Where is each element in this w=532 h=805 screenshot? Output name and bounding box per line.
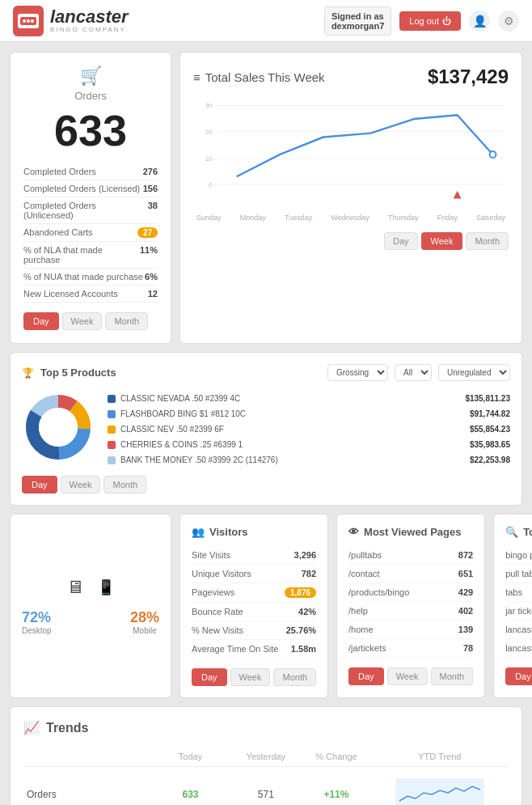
device-card: 🖥 📱 72% Desktop 28% Mobile [10,514,171,698]
svg-point-14 [490,151,496,158]
products-week-button[interactable]: Week [61,476,101,494]
orders-month-button[interactable]: Month [105,312,148,330]
table-row: % of NUA that made purchase 6% [23,269,158,286]
products-header: 🏆 Top 5 Products Grossing All Unregulate… [22,364,510,381]
desktop-label: Desktop [22,626,52,635]
header: lancaster BINGO COMPANY Signed in as dex… [0,0,532,42]
svg-point-21 [39,408,78,447]
svg-point-5 [31,19,34,23]
table-row: /pulltabs 872 [348,546,473,565]
products-day-button[interactable]: Day [22,476,57,494]
products-month-button[interactable]: Month [103,476,146,494]
logo-text: lancaster BINGO COMPANY [50,8,129,33]
visitors-icon: 👥 [192,526,205,538]
mobile-label: Mobile [130,626,159,635]
search-time-buttons: Day Week Month [505,667,532,685]
table-row: Pageviews 1,876 [192,583,316,603]
svg-text:0: 0 [209,181,213,189]
sales-month-button[interactable]: Month [466,232,509,250]
search-terms-card: 🔍 Top Search Terms bingo paper 129 pull … [493,514,532,698]
trend-ytd-orders [371,767,509,806]
search-icon: 🔍 [505,526,518,538]
table-row: /help 402 [348,602,473,621]
trends-title: 📈 Trends [23,720,509,735]
trends-table: Today Yesterday % Change YTD Trend Order… [23,747,509,805]
signed-in-label: Signed in as [331,11,384,21]
orders-day-button[interactable]: Day [23,312,59,330]
table-row: New Licensed Accounts 12 [23,286,158,303]
search-terms-title: 🔍 Top Search Terms [505,526,532,538]
list-item: BANK THE MONEY .50 #3999 2C (114276) $22… [108,452,510,468]
svg-rect-22 [395,778,484,805]
table-row: % of NLA that made purchase 11% [23,242,158,269]
table-row: /contact 651 [348,565,473,583]
visitors-week-button[interactable]: Week [230,668,271,686]
orders-card: 🛒 Orders 633 Completed Orders 276 Comple… [10,52,171,344]
trend-row-label: Orders [23,767,150,806]
sales-day-button[interactable]: Day [384,232,418,250]
table-row: lancaster 58 [505,639,532,658]
table-row: Unique Visitors 782 [192,565,316,583]
table-row: Completed Orders (Licensed) 156 [23,180,158,197]
desktop-icon: 🖥 [66,577,84,598]
sales-header: ≡ Total Sales This Week $137,429 [193,66,509,88]
line-chart: 30 20 10 0 [193,96,509,210]
table-row: Site Visits 3,296 [192,546,316,565]
viewed-day-button[interactable]: Day [348,667,384,685]
product-color-dot [108,410,116,418]
sales-chart: 30 20 10 0 Sunday Monday Tuesday Wednesd… [193,96,509,226]
viewed-week-button[interactable]: Week [387,667,428,685]
top-row: 🛒 Orders 633 Completed Orders 276 Comple… [10,52,522,344]
signed-in-box: Signed in as dexmorgan7 [324,6,391,36]
products-card: 🏆 Top 5 Products Grossing All Unregulate… [10,352,522,506]
brand-name: lancaster [50,8,129,26]
status-badge: 1,876 [285,587,316,598]
table-row: Bounce Rate 42% [192,603,316,621]
table-row: /products/bingo 429 [348,583,473,602]
visitors-day-button[interactable]: Day [192,668,227,686]
product-color-dot [108,426,116,434]
unregulated-select[interactable]: Unregulated [438,364,510,381]
grossing-select[interactable]: Grossing [327,364,388,381]
table-row: Completed Orders (Unlicensed) 38 [23,197,158,224]
donut-chart [22,391,95,468]
product-color-dot [108,395,116,403]
products-time-buttons: Day Week Month [22,476,510,494]
trends-col-yesterday: Yesterday [230,747,302,767]
table-row: pull tabs 113 [505,565,532,583]
table-row: jar tickets 83 [505,602,532,621]
settings-icon[interactable]: ⚙ [498,11,519,32]
device-icons: 🖥 📱 [66,577,115,598]
trend-today-orders: 633 [150,767,230,806]
viewed-month-button[interactable]: Month [431,667,474,685]
list-item: CHERRIES & COINS .25 #6399 1 $35,983.65 [108,437,510,452]
trophy-icon: 🏆 [22,367,34,379]
viewed-time-buttons: Day Week Month [348,667,473,685]
chart-icon: ≡ [193,70,201,84]
status-badge: 27 [137,227,158,238]
table-row: Orders 633 571 +11% [23,767,509,806]
all-select[interactable]: All [395,364,432,381]
profile-icon[interactable]: 👤 [469,11,490,32]
search-day-button[interactable]: Day [505,667,532,685]
header-right: Signed in as dexmorgan7 Log out ⏻ 👤 ⚙ [324,6,519,36]
svg-text:10: 10 [205,155,213,163]
table-row: Average Time On Site 1.58m [192,640,316,659]
visitors-month-button[interactable]: Month [273,668,316,686]
trend-yesterday-orders: 571 [230,767,302,806]
visitors-title: 👥 Visitors [192,526,316,538]
table-row: Completed Orders 276 [23,163,158,180]
logout-button[interactable]: Log out ⏻ [399,11,461,31]
orders-time-buttons: Day Week Month [23,312,158,330]
orders-total: 633 [23,108,158,152]
trends-col-ytd: YTD Trend [371,747,509,767]
trends-icon: 📈 [23,720,40,735]
orders-week-button[interactable]: Week [62,312,103,330]
sales-week-button[interactable]: Week [421,232,463,250]
svg-point-4 [27,19,30,23]
table-row: lancaster bingo co 65 [505,621,532,639]
cart-icon: 🛒 [23,66,158,87]
trends-col-today: Today [150,747,230,767]
svg-point-3 [23,19,26,23]
table-row: /home 139 [348,621,473,639]
